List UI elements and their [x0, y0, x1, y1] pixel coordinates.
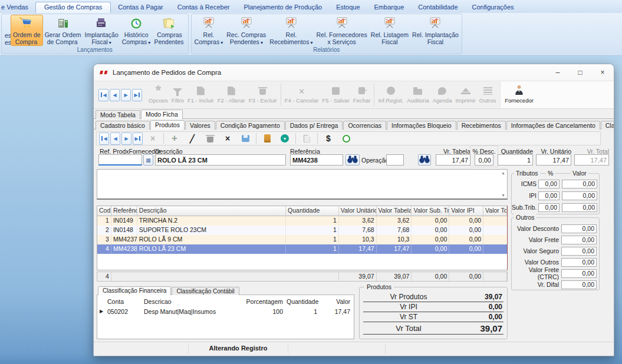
- vr-unitario-input[interactable]: [536, 154, 571, 166]
- item-save-button[interactable]: [241, 134, 249, 143]
- valor-outros-input[interactable]: [561, 258, 597, 267]
- col-quantidade[interactable]: Quantidade: [285, 297, 319, 306]
- valor-seguro-input[interactable]: [561, 247, 597, 256]
- col-conta[interactable]: Conta: [106, 297, 142, 306]
- menu-tab-gestao-de-compras[interactable]: Gestão de Compras: [35, 2, 111, 13]
- tab-cadastro-basico[interactable]: Cadastro básico: [96, 121, 150, 130]
- fechar-button[interactable]: Fechar: [351, 82, 373, 108]
- table-row-selected[interactable]: 4MM4238ROLO LÃ 23 CM117,4717,470,000,00: [97, 244, 507, 254]
- col-valor-tabela[interactable]: Valor Tabela: [377, 206, 412, 216]
- f3-excluir-button[interactable]: F3 - Excluir: [247, 82, 279, 108]
- menu-tab-vendas[interactable]: e Vendas: [0, 2, 35, 13]
- ribbon-button-rel-fornecedores-x-servicos[interactable]: Rel. Fornecedores x Serviços: [314, 15, 368, 46]
- item-edit-icon[interactable]: ╱: [188, 134, 196, 143]
- operacao-search-button[interactable]: [418, 154, 431, 166]
- first-record-button[interactable]: ◀: [98, 89, 108, 101]
- ribbon-button-clipped[interactable]: es es: [3, 15, 11, 46]
- menu-tab-planejamento-de-producao[interactable]: Planejamento de Produção: [236, 2, 329, 13]
- tab-informacoes-cancelamento[interactable]: Informações de Cancelamento: [506, 121, 600, 130]
- item-cancel-disabled-icon[interactable]: ×: [149, 134, 157, 143]
- item-teal-button[interactable]: ▾: [281, 134, 289, 143]
- col-valor-ipi[interactable]: Valor IPI: [449, 206, 483, 216]
- dialog-titlebar[interactable]: Lançamento de Pedidos de Compra – □ ×: [94, 64, 614, 81]
- menu-tab-contabilidade[interactable]: Contabilidade: [411, 2, 465, 13]
- classificacao-row[interactable]: ▶ 050202 Desp Manut|Maq|Insumos 100 1 17…: [97, 306, 354, 316]
- col-valor[interactable]: Valor: [319, 297, 352, 306]
- col-porcentagem[interactable]: Porcentagem: [235, 297, 285, 306]
- imprimir-button[interactable]: Imprimir: [453, 82, 477, 108]
- ribbon-button-rel-compras[interactable]: Rel. Compras▾: [193, 15, 225, 46]
- quantidade-input[interactable]: [498, 154, 533, 166]
- f1-incluir-button[interactable]: F1 - Incluir: [186, 82, 216, 108]
- item-add-icon[interactable]: +: [170, 134, 179, 143]
- col-valor-total[interactable]: Valor Total: [483, 206, 507, 216]
- item-archive-button[interactable]: [263, 134, 271, 143]
- tab-valores[interactable]: Valores: [185, 121, 215, 130]
- sub-trib-pct-input[interactable]: [538, 203, 560, 212]
- tab-modo-ficha[interactable]: Modo Ficha: [141, 110, 183, 119]
- agenda-button[interactable]: Agenda: [431, 82, 454, 108]
- ribbon-button-rel-implantacao-fiscal[interactable]: Rel. Implantação Fiscal: [410, 15, 460, 46]
- item-next-button[interactable]: ▶: [121, 133, 131, 145]
- item-copy-button[interactable]: [302, 134, 311, 143]
- icms-pct-input[interactable]: [538, 180, 560, 188]
- table-row[interactable]: 3MM4237ROLO LÃ 9 CM110,310,30,000,00: [97, 235, 507, 244]
- col-cod-item[interactable]: Cod. Ite: [97, 206, 111, 216]
- tab-classificacoes[interactable]: Classificações: [601, 121, 614, 130]
- vr-difal-input[interactable]: [561, 280, 597, 289]
- opcoes-button[interactable]: *Opcoes: [147, 82, 170, 108]
- close-button[interactable]: ×: [591, 64, 614, 81]
- tab-condicao-pagamento[interactable]: Condição Pagamento: [216, 121, 285, 130]
- vr-tabela-input[interactable]: [436, 154, 470, 166]
- tab-produtos[interactable]: Produtos: [150, 120, 185, 130]
- sub-trib-valor-input[interactable]: [562, 203, 597, 212]
- next-record-button[interactable]: ▶: [121, 89, 131, 101]
- col-valor-sub-trib[interactable]: Valor Sub. Trib.: [412, 206, 449, 216]
- menu-tab-embarque[interactable]: Embarque: [367, 2, 412, 13]
- maximize-button[interactable]: □: [569, 64, 591, 81]
- tab-informacoes-bloqueio[interactable]: Informações Bloqueio: [387, 121, 456, 130]
- table-row[interactable]: 1IN0149TRINCHA N.213,623,620,000,00: [97, 216, 507, 226]
- ribbon-button-rel-recebimentos[interactable]: Rel. Recebimentos▾: [268, 15, 314, 46]
- inf-regist-button[interactable]: Inf.Regist.: [376, 82, 405, 108]
- col-valor-unitario[interactable]: Valor Unitário: [339, 206, 377, 216]
- item-first-button[interactable]: ◀: [99, 133, 109, 145]
- item-price-icon[interactable]: $: [324, 134, 333, 143]
- ref-prodxfornecedor-input[interactable]: [98, 154, 142, 166]
- ribbon-button-rec-compras-pendentes[interactable]: Rec. Compras Pendentes▾: [225, 15, 268, 46]
- outros-button[interactable]: Outros: [478, 82, 498, 108]
- col-quantidade[interactable]: Quantidade: [286, 206, 339, 216]
- referencia-search-button[interactable]: [345, 154, 360, 166]
- ribbon-button-ordem-de-compra[interactable]: Ordem de Compra: [11, 15, 43, 46]
- ipi-pct-input[interactable]: [538, 191, 560, 200]
- menu-tab-contas-a-pagar[interactable]: Contas à Pagar: [111, 2, 170, 13]
- item-delete-button[interactable]: [206, 134, 214, 143]
- scroll-up-icon[interactable]: ▲: [501, 171, 505, 175]
- table-row[interactable]: 2IN0148SUPORTE ROLO 23CM17,687,680,000,0…: [97, 226, 507, 235]
- ribbon-button-historico-compras[interactable]: Histórico Compras▾: [120, 15, 153, 46]
- fornecedor-button[interactable]: Fornecedor: [503, 82, 535, 108]
- tab-dados-entrega[interactable]: Dados p/ Entrega: [285, 121, 343, 130]
- item-notes-area[interactable]: ▲ ▼: [97, 169, 508, 200]
- operacao-input[interactable]: [386, 154, 404, 166]
- auditoria-button[interactable]: Auditoria: [405, 82, 431, 108]
- scroll-down-icon[interactable]: ▼: [501, 193, 505, 197]
- item-history-button[interactable]: [342, 134, 350, 143]
- tab-modo-tabela[interactable]: Modo Tabela: [96, 110, 140, 119]
- tab-classificacao-contabil[interactable]: Classificação Contábil: [172, 287, 239, 295]
- item-last-button[interactable]: ▶: [133, 133, 143, 145]
- ribbon-button-rel-listagem-fiscal[interactable]: Rel. Listagem Fiscal: [369, 15, 410, 46]
- item-previous-button[interactable]: ◀: [110, 133, 120, 145]
- menu-tab-estoque[interactable]: Estoque: [329, 2, 367, 13]
- ribbon-button-compras-pendentes[interactable]: Compras Pendentes: [152, 15, 186, 46]
- col-referencia[interactable]: Referência: [111, 206, 137, 216]
- valor-desconto-input[interactable]: [561, 224, 597, 233]
- last-record-button[interactable]: ▶: [132, 89, 142, 101]
- previous-record-button[interactable]: ◀: [110, 89, 120, 101]
- f4-cancelar-button[interactable]: ×F4 - Cancelar: [283, 82, 321, 108]
- ref-lookup-button[interactable]: ▦: [143, 154, 153, 166]
- tab-classificacao-financeira[interactable]: Classificação Financeira: [98, 286, 171, 295]
- tab-recebimentos[interactable]: Recebimentos: [457, 121, 506, 130]
- valor-frete-input[interactable]: [561, 236, 597, 244]
- f5-salvar-button[interactable]: F5 - Salvar: [320, 82, 351, 108]
